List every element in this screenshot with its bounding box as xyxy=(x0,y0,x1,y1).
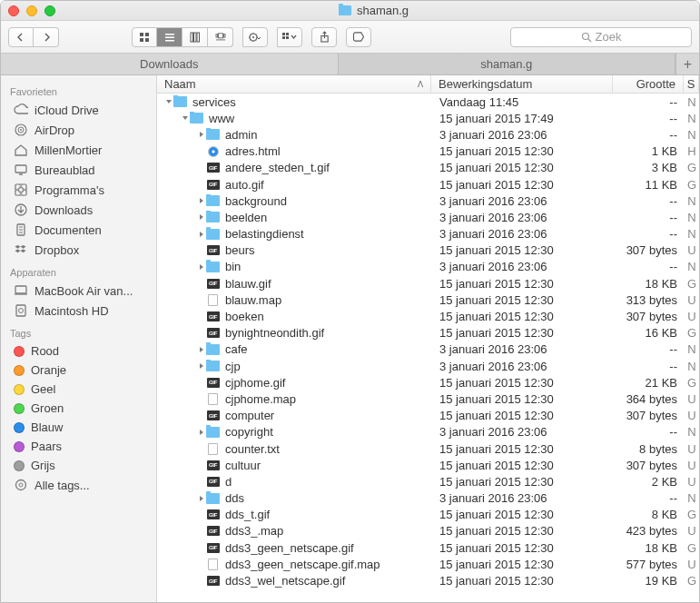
sidebar-item-desktop[interactable]: Bureaublad xyxy=(1,160,156,180)
disclosure-spacer xyxy=(197,180,206,189)
table-row[interactable]: cjphome.map15 januari 2015 12:30364 byte… xyxy=(157,390,699,407)
file-size: -- xyxy=(614,260,685,273)
view-list-button[interactable] xyxy=(157,27,182,47)
table-row[interactable]: GIFd15 januari 2015 12:302 KBU xyxy=(157,473,699,489)
file-extra: U xyxy=(685,524,699,538)
sidebar-item-label: Paars xyxy=(31,440,62,453)
table-row[interactable]: www15 januari 2015 17:49--N xyxy=(157,110,699,126)
column-date[interactable]: Bewerkingsdatum xyxy=(431,75,613,93)
view-coverflow-button[interactable] xyxy=(208,27,233,47)
file-extra: N xyxy=(685,95,699,109)
file-size: -- xyxy=(614,112,685,125)
disclosure-triangle-icon[interactable] xyxy=(181,114,190,123)
file-size: 2 KB xyxy=(614,475,685,489)
table-row[interactable]: background3 januari 2016 23:06--N xyxy=(157,193,699,209)
sidebar-item-dropbox[interactable]: Dropbox xyxy=(1,240,156,260)
view-icons-button[interactable] xyxy=(132,27,157,47)
back-button[interactable] xyxy=(8,27,34,47)
disclosure-triangle-icon[interactable] xyxy=(197,196,206,205)
sidebar-tag[interactable]: Alle tags... xyxy=(1,475,156,495)
table-row[interactable]: GIFdds3_geen_netscape.gif15 januari 2015… xyxy=(157,539,699,556)
file-date: 15 januari 2015 12:30 xyxy=(432,392,614,406)
sidebar-item-home[interactable]: MillenMortier xyxy=(1,140,156,160)
table-row[interactable]: adres.html15 januari 2015 12:301 KBH xyxy=(157,143,699,160)
table-row[interactable]: admin3 januari 2016 23:06--N xyxy=(157,126,699,143)
table-row[interactable]: GIFblauw.gif15 januari 2015 12:3018 KBG xyxy=(157,275,699,292)
table-row[interactable]: GIFauto.gif15 januari 2015 12:3011 KBG xyxy=(157,176,699,193)
table-row[interactable]: servicesVandaag 11:45--N xyxy=(157,94,699,110)
disclosure-triangle-icon[interactable] xyxy=(197,213,206,222)
sidebar-favorites-header: Favorieten xyxy=(1,79,156,100)
table-row[interactable]: cjp3 januari 2016 23:06--N xyxy=(157,358,699,374)
table-row[interactable]: bin3 januari 2016 23:06--N xyxy=(157,259,699,275)
table-row[interactable]: GIFdds3_.map15 januari 2015 12:30423 byt… xyxy=(157,523,699,539)
sidebar-tag[interactable]: Geel xyxy=(1,380,156,399)
file-name: adres.html xyxy=(225,144,281,158)
disclosure-triangle-icon[interactable] xyxy=(197,230,206,239)
table-row[interactable]: copyright3 januari 2016 23:06--N xyxy=(157,424,699,440)
sidebar-item-disk[interactable]: Macintosh HD xyxy=(1,301,156,321)
column-size[interactable]: Grootte xyxy=(613,75,684,93)
svg-rect-2 xyxy=(140,38,143,42)
tab-downloads[interactable]: Downloads xyxy=(1,54,339,74)
disclosure-triangle-icon[interactable] xyxy=(197,428,206,437)
table-row[interactable]: GIFandere_steden_t.gif15 januari 2015 12… xyxy=(157,160,699,176)
sidebar-tag[interactable]: Groen xyxy=(1,399,156,418)
image-icon: GIF xyxy=(207,378,220,388)
disclosure-triangle-icon[interactable] xyxy=(197,494,206,503)
sidebar-tag[interactable]: Oranje xyxy=(1,361,156,380)
tab-shaman[interactable]: shaman.g xyxy=(339,54,676,74)
table-row[interactable]: counter.txt15 januari 2015 12:308 bytesU xyxy=(157,440,699,457)
share-button[interactable] xyxy=(311,27,337,47)
table-row[interactable]: dds3_geen_netscape.gif.map15 januari 201… xyxy=(157,556,699,572)
disclosure-triangle-icon[interactable] xyxy=(197,345,206,354)
disclosure-triangle-icon[interactable] xyxy=(197,361,206,371)
close-button[interactable] xyxy=(8,5,19,16)
sidebar-tag[interactable]: Paars xyxy=(1,437,156,456)
sidebar-tag[interactable]: Grijs xyxy=(1,456,156,475)
search-field[interactable]: Zoek xyxy=(510,27,692,47)
file-size: -- xyxy=(614,342,685,356)
table-row[interactable]: GIFbeurs15 januari 2015 12:30307 bytesU xyxy=(157,242,699,259)
sidebar-item-download[interactable]: Downloads xyxy=(1,200,156,220)
table-row[interactable]: GIFdds_t.gif15 januari 2015 12:308 KBG xyxy=(157,507,699,523)
sidebar-item-doc[interactable]: Documenten xyxy=(1,220,156,240)
sidebar-tag[interactable]: Rood xyxy=(1,341,156,361)
groupby-button[interactable] xyxy=(277,27,302,47)
view-columns-button[interactable] xyxy=(182,27,208,47)
sidebar-tag[interactable]: Blauw xyxy=(1,418,156,437)
table-row[interactable]: GIFcjphome.gif15 januari 2015 12:3021 KB… xyxy=(157,374,699,390)
disclosure-triangle-icon[interactable] xyxy=(164,97,173,106)
table-row[interactable]: blauw.map15 januari 2015 12:30313 bytesU xyxy=(157,292,699,308)
rows-container: servicesVandaag 11:45--Nwww15 januari 20… xyxy=(157,94,699,602)
table-row[interactable]: GIFcultuur15 januari 2015 12:30307 bytes… xyxy=(157,457,699,473)
table-row[interactable]: GIFboeken15 januari 2015 12:30307 bytesU xyxy=(157,308,699,324)
table-row[interactable]: GIFcomputer15 januari 2015 12:30307 byte… xyxy=(157,408,699,424)
table-row[interactable]: GIFbynightneondith.gif15 januari 2015 12… xyxy=(157,325,699,341)
tags-button[interactable] xyxy=(346,27,371,47)
table-row[interactable]: belastingdienst3 januari 2016 23:06--N xyxy=(157,226,699,242)
sidebar-item-cloud[interactable]: iCloud Drive xyxy=(1,100,156,120)
table-row[interactable]: cafe3 januari 2016 23:06--N xyxy=(157,341,699,358)
sidebar-item-label: Downloads xyxy=(35,203,93,217)
table-row[interactable]: GIFdds3_wel_netscape.gif15 januari 2015 … xyxy=(157,572,699,588)
table-row[interactable]: beelden3 januari 2016 23:06--N xyxy=(157,209,699,225)
column-extra[interactable]: S xyxy=(684,75,699,93)
forward-button[interactable] xyxy=(34,27,59,47)
svg-rect-1 xyxy=(145,33,149,36)
disclosure-triangle-icon[interactable] xyxy=(197,262,206,272)
disclosure-triangle-icon[interactable] xyxy=(197,130,206,139)
svg-rect-3 xyxy=(145,38,149,42)
minimize-button[interactable] xyxy=(26,5,37,16)
column-name[interactable]: Naam ᐱ xyxy=(157,75,431,93)
sidebar-item-mac[interactable]: MacBook Air van... xyxy=(1,281,156,301)
file-extra: G xyxy=(685,508,699,521)
sidebar-item-apps[interactable]: Programma's xyxy=(1,180,156,200)
arrange-button[interactable] xyxy=(242,27,268,47)
new-tab-button[interactable]: + xyxy=(675,54,699,74)
sidebar-item-airdrop[interactable]: AirDrop xyxy=(1,120,156,140)
table-row[interactable]: dds3 januari 2016 23:06--N xyxy=(157,490,699,507)
zoom-button[interactable] xyxy=(44,5,55,16)
svg-rect-19 xyxy=(286,36,289,39)
image-icon: GIF xyxy=(207,180,220,190)
